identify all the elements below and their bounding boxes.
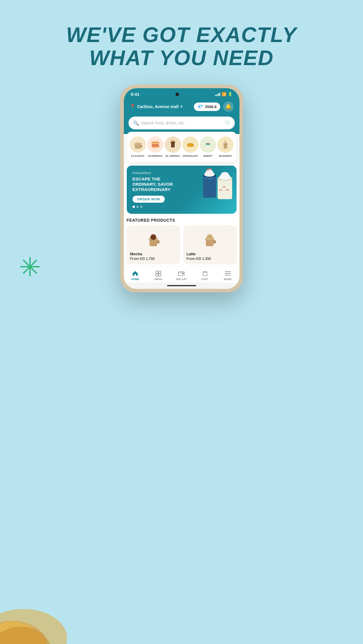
drinks-svg: La La La [202,166,237,204]
category-sandwich[interactable]: SANDWICH [147,136,164,157]
signal-icon [215,93,220,96]
category-sweet[interactable]: SWEET [200,136,216,157]
phone-screen: 9:41 📶 🔋 📍 Caribou, Avenu [124,88,239,289]
svg-point-4 [134,143,141,145]
category-classics[interactable]: CLASSICS [130,136,146,157]
home-icon [132,270,139,277]
svg-rect-15 [206,145,210,148]
banner-drinks-illustration: La La La [202,166,237,204]
category-croissant[interactable]: CROISSANT [182,136,199,157]
more-nav-label: MORE [224,278,232,281]
banner-pagination-dots [133,206,231,208]
search-placeholder: Search food, drinks, etc. [141,121,223,125]
search-area: 🔍 Search food, drinks, etc. ♡ [124,117,239,134]
mocha-image [143,229,164,249]
sweet-label: SWEET [203,155,212,157]
svg-rect-20 [224,142,227,144]
svg-rect-57 [203,272,207,276]
nl-drinks-label: NL DRINKS [166,155,180,157]
featured-products-section: FEATURED PRODUCTS ♡ [124,214,239,267]
banner-subtitle: HotAppleBlast [133,171,187,175]
product-card-mocha[interactable]: ♡ Mocha From KD 1.700 [127,225,180,264]
location-text: Caribou, Avenue mall [137,104,179,109]
status-time: 9:41 [131,92,140,97]
cart-nav-label: CART [201,278,208,281]
location-row[interactable]: 📍 Caribou, Avenue mall ▾ [130,104,182,110]
nl-drinks-icon [165,136,181,153]
featured-section-title: FEATURED PRODUCTS [127,218,237,223]
svg-rect-52 [159,271,161,273]
home-nav-label: HOME [131,278,139,281]
svg-rect-53 [156,274,158,276]
croissant-label: CROISSANT [183,155,198,157]
svg-point-49 [208,236,211,238]
nav-cart[interactable]: CART [197,270,212,281]
chevron-down-icon: ▾ [180,105,182,109]
dot-1[interactable] [133,206,135,208]
croissant-cat-icon [182,136,199,153]
wallet-nav-label: WALLET [176,278,187,281]
diamond-icon: 💎 [197,104,203,110]
search-bar[interactable]: 🔍 Search food, drinks, etc. ♡ [128,117,235,129]
points-value: 3566.8 [205,105,217,109]
svg-rect-56 [182,273,184,274]
svg-text:La: La [223,185,225,188]
promo-banner: HotAppleBlast ESCAPE THE ORDINARY, SAVOR… [127,166,237,214]
wifi-icon: 📶 [222,92,226,96]
hero-title: WE'VE GOT EXACTLY WHAT YOU NEED [0,0,363,70]
search-icon: 🔍 [133,120,139,126]
nav-wallet[interactable]: WALLET [174,270,189,281]
order-now-button[interactable]: ORDER NOW [133,196,165,203]
svg-point-14 [172,140,174,142]
sandwich-label: SANDWICH [148,155,163,157]
categories-card: CLASSICS SANDWICH NL DRINKS [127,132,237,162]
croissant-svg [0,580,76,644]
svg-rect-18 [224,144,227,149]
bottom-decoration [0,571,82,644]
favorites-button[interactable]: ♡ [225,119,230,126]
svg-point-35 [221,172,228,176]
menu-icon [155,270,162,277]
more-icon [224,270,231,277]
bottom-navigation: HOME MENU [124,267,239,282]
latte-image [199,229,220,249]
latte-price: From KD 1.350 [187,257,233,261]
product-card-latte[interactable]: ♡ Latte From KD 1.350 [183,225,237,264]
asterisk-decoration: ✳ [19,254,41,280]
mocha-name: Mocha [130,252,177,256]
svg-rect-43 [157,240,159,244]
svg-point-42 [151,236,155,238]
classics-label: CLASSICS [131,155,145,157]
home-indicator [124,282,239,289]
latte-favorite-button[interactable]: ♡ [229,228,234,235]
svg-rect-8 [152,145,159,145]
svg-point-16 [206,143,207,144]
dot-2[interactable] [136,206,139,208]
category-blended[interactable]: BLENDED [217,136,234,157]
dot-3[interactable] [140,206,143,208]
wallet-icon [178,270,185,277]
svg-text:La: La [219,188,222,191]
category-nl-drinks[interactable]: NL DRINKS [165,136,181,157]
nav-menu[interactable]: MENU [151,270,166,281]
camera-notch [176,93,179,96]
latte-name: Latte [187,252,233,256]
header-right: 💎 3566.8 🔔 [194,101,234,112]
app-header: 📍 Caribou, Avenue mall ▾ 💎 3566.8 🔔 [124,99,239,117]
notification-button[interactable]: 🔔 [223,101,234,112]
menu-nav-label: MENU [154,278,162,281]
mocha-favorite-button[interactable]: ♡ [173,228,177,235]
svg-rect-7 [152,143,159,145]
nav-more[interactable]: MORE [220,270,235,281]
cart-icon [201,270,208,277]
classics-icon [130,136,146,153]
nav-home[interactable]: HOME [128,270,143,281]
phone-frame: 9:41 📶 🔋 📍 Caribou, Avenu [120,85,243,292]
svg-point-17 [209,143,210,144]
location-pin-icon: 📍 [130,104,136,110]
sweet-icon [200,136,216,153]
sandwich-icon [147,136,164,153]
svg-rect-51 [156,271,158,273]
mocha-price: From KD 1.700 [130,257,177,261]
svg-point-10 [151,145,159,148]
